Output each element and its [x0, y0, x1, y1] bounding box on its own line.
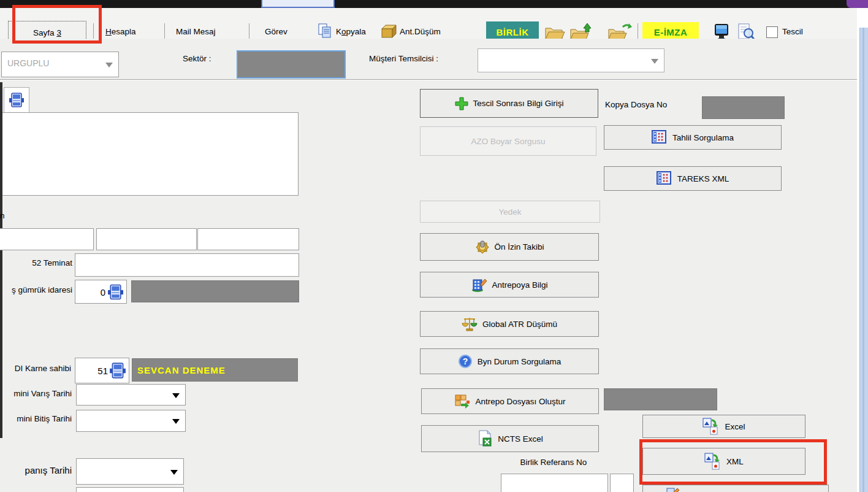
- tescil-checkbox[interactable]: [766, 26, 778, 38]
- lookup-button[interactable]: [4, 87, 29, 113]
- antrepo-dosyasi-olustur-button[interactable]: Antrepo Dosyası Oluştur: [421, 388, 599, 414]
- excel-doc-icon: [477, 430, 493, 447]
- partial-combobox[interactable]: [76, 487, 184, 492]
- karne-sahibi-label: DI Karne sahibi: [0, 364, 71, 373]
- plus-icon: [455, 97, 468, 110]
- ncts-excel-button[interactable]: NCTS Excel: [421, 425, 599, 452]
- chevron-down-icon: [170, 470, 178, 475]
- toolbar: Sayfa 3 Hesapla Mail Mesaj Görev Kopyala: [0, 8, 857, 39]
- kopya-dosya-field: [702, 96, 785, 119]
- byn-durum-label: Byn Durum Sorgulama: [478, 357, 562, 366]
- cutoff-label: n: [0, 211, 5, 220]
- tareks-xml-label: TAREKS XML: [677, 174, 729, 183]
- tareks-xml-button[interactable]: TAREKS XML: [604, 166, 782, 191]
- gorev-button[interactable]: Görev: [265, 25, 287, 39]
- firma-combobox[interactable]: URGUPLU: [1, 52, 119, 77]
- azo-boyar-label: AZO Boyar Sorgusu: [471, 137, 546, 146]
- karne-sahibi-code-input[interactable]: 51: [75, 358, 129, 383]
- bitis-tarihi-label: mini Bitiş Tarihi: [0, 414, 72, 423]
- package-icon: [380, 24, 397, 39]
- text-input-3[interactable]: [197, 228, 299, 250]
- chevron-down-icon: [172, 419, 180, 424]
- yedek-button[interactable]: Yedek: [420, 201, 600, 223]
- toolbar-separator: [164, 23, 165, 40]
- gear-icon: [475, 240, 490, 255]
- xml-export-button[interactable]: XML: [642, 448, 805, 475]
- kopyala-button[interactable]: Kopyala: [336, 25, 366, 39]
- excel-export-label: Excel: [725, 422, 745, 431]
- copy-icon: [318, 23, 332, 39]
- antrepoya-bilgi-label: Antrepoya Bilgi: [492, 280, 548, 290]
- varis-tarihi-combobox[interactable]: [76, 384, 186, 406]
- on-izin-takibi-label: Ön İzin Takibi: [495, 242, 544, 252]
- scales-icon: [462, 316, 478, 332]
- sektor-field[interactable]: [237, 50, 346, 79]
- xml-export-label: XML: [726, 457, 744, 466]
- global-atr-dusumu-label: Global ATR Düşümü: [482, 320, 557, 329]
- chevron-down-icon: [105, 63, 113, 67]
- kapanis-tarihi-combobox[interactable]: [76, 458, 184, 485]
- tahlil-sorgulama-button[interactable]: Tahlil Sorgulama: [604, 125, 782, 150]
- window-right-border-line: [862, 28, 864, 492]
- karne-sahibi-name-field: SEVCAN DENEME: [132, 358, 298, 382]
- on-izin-takibi-button[interactable]: Ön İzin Takibi: [420, 233, 599, 261]
- grid-query-icon: [657, 171, 672, 186]
- application-window: Sayfa 3 Hesapla Mail Mesaj Görev Kopyala: [0, 0, 868, 492]
- kopya-dosya-label: Kopya Dosya No: [605, 100, 667, 109]
- antrepo-dosya-field: [604, 388, 717, 410]
- gumruk-idaresi-code-input[interactable]: 0: [75, 280, 127, 304]
- grid-query-icon: [652, 130, 668, 145]
- partial-bottom-button[interactable]: [642, 485, 829, 492]
- birlik-referans-label: Birlik Referans No: [501, 458, 606, 467]
- lookup-icon[interactable]: [107, 283, 124, 301]
- bitis-tarihi-combobox[interactable]: [76, 410, 186, 432]
- gumruk-idaresi-label: ş gümrük idaresi: [0, 285, 72, 294]
- titlebar-corner-fragment: [847, 0, 868, 8]
- ant-dusum-button[interactable]: Ant.Düşüm: [400, 25, 441, 39]
- varis-tarihi-label: mini Varış Tarihi: [0, 389, 72, 398]
- building-edit-icon: [471, 277, 487, 292]
- top-window-strip: [0, 0, 868, 8]
- sayfa3-label: Sayfa 3: [33, 28, 61, 37]
- tescil-sonrasi-button[interactable]: Tescil Sonrası Bilgi Girişi: [420, 89, 598, 118]
- divider: [0, 79, 857, 80]
- kapanis-tarihi-label: panış Tarihi: [0, 465, 72, 475]
- pencil-icon: [666, 487, 680, 492]
- teminat-input[interactable]: [75, 253, 299, 277]
- antrepoya-bilgi-button[interactable]: Antrepoya Bilgi: [420, 272, 599, 298]
- chevron-down-icon: [651, 59, 658, 64]
- ncts-excel-label: NCTS Excel: [498, 434, 543, 444]
- tescil-sonrasi-label: Tescil Sonrası Bilgi Girişi: [473, 99, 564, 108]
- musteri-temsilcisi-combobox[interactable]: [478, 48, 664, 72]
- antrepo-dosyasi-olustur-label: Antrepo Dosyası Oluştur: [475, 397, 565, 406]
- azo-boyar-button[interactable]: AZO Boyar Sorgusu: [420, 126, 596, 156]
- chevron-down-icon: [172, 393, 180, 398]
- teminat-label: 52 Teminat: [0, 258, 72, 267]
- text-input-2[interactable]: [96, 228, 197, 250]
- toolbar-separator: [638, 23, 638, 40]
- tahlil-sorgulama-label: Tahlil Sorgulama: [672, 133, 734, 142]
- svg-text:?: ?: [462, 356, 468, 366]
- lookup-icon: [9, 93, 25, 107]
- mail-mesaj-button[interactable]: Mail Mesaj: [176, 25, 216, 39]
- cutoff-tab-fragment: [261, 0, 335, 8]
- notes-textarea[interactable]: [2, 112, 299, 196]
- hesapla-button[interactable]: Hesapla: [105, 25, 136, 39]
- karne-sahibi-code-value: 51: [97, 366, 108, 376]
- birlik-referans-small-input[interactable]: [610, 474, 634, 492]
- byn-durum-button[interactable]: ? Byn Durum Sorgulama: [420, 348, 599, 374]
- text-input-1[interactable]: [0, 228, 94, 250]
- header-row: URGUPLU Sektör : Müşteri Temsilcisi :: [0, 39, 857, 79]
- sektor-label: Sektör :: [183, 54, 211, 63]
- toolbar-separator: [249, 23, 249, 40]
- yedek-label: Yedek: [498, 207, 521, 217]
- birlik-referans-input[interactable]: [501, 474, 608, 492]
- toolbar-separator: [93, 23, 94, 40]
- global-atr-dusumu-button[interactable]: Global ATR Düşümü: [420, 311, 599, 337]
- lookup-icon[interactable]: [109, 361, 126, 380]
- excel-export-button[interactable]: Excel: [642, 415, 805, 438]
- musteri-temsilcisi-label: Müşteri Temsilcisi :: [369, 54, 438, 63]
- grid-export-icon: [454, 394, 470, 409]
- gumruk-idaresi-name-field: [131, 280, 299, 302]
- gumruk-idaresi-code-value: 0: [101, 286, 105, 297]
